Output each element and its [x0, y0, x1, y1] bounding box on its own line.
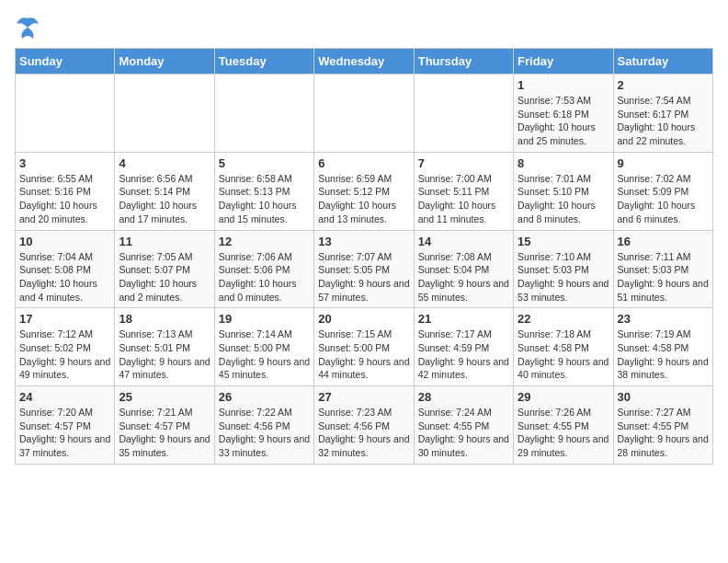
calendar-cell: 5Sunrise: 6:58 AM Sunset: 5:13 PM Daylig… [214, 152, 313, 230]
day-number: 26 [219, 390, 310, 404]
day-number: 11 [119, 235, 210, 248]
day-info: Sunrise: 7:12 AM Sunset: 5:02 PM Dayligh… [19, 327, 110, 382]
day-number: 23 [618, 312, 709, 326]
calendar-cell: 27Sunrise: 7:23 AM Sunset: 4:56 PM Dayli… [314, 386, 414, 465]
calendar-cell: 30Sunrise: 7:27 AM Sunset: 4:55 PM Dayli… [613, 386, 712, 465]
calendar-cell: 20Sunrise: 7:15 AM Sunset: 5:00 PM Dayli… [314, 308, 414, 386]
day-number: 6 [318, 156, 409, 170]
day-info: Sunrise: 7:14 AM Sunset: 5:00 PM Dayligh… [219, 327, 310, 382]
day-number: 29 [518, 390, 609, 404]
calendar-cell: 14Sunrise: 7:08 AM Sunset: 5:04 PM Dayli… [414, 230, 513, 308]
day-info: Sunrise: 7:22 AM Sunset: 4:56 PM Dayligh… [219, 406, 310, 460]
calendar-cell [214, 75, 313, 153]
calendar-cell: 18Sunrise: 7:13 AM Sunset: 5:01 PM Dayli… [115, 308, 214, 386]
day-number: 4 [119, 156, 210, 170]
day-info: Sunrise: 7:17 AM Sunset: 4:59 PM Dayligh… [418, 327, 509, 382]
calendar-cell: 12Sunrise: 7:06 AM Sunset: 5:06 PM Dayli… [214, 230, 313, 308]
day-info: Sunrise: 6:59 AM Sunset: 5:12 PM Dayligh… [318, 172, 409, 226]
calendar-cell: 21Sunrise: 7:17 AM Sunset: 4:59 PM Dayli… [414, 308, 513, 386]
day-info: Sunrise: 7:18 AM Sunset: 4:58 PM Dayligh… [518, 327, 609, 382]
day-info: Sunrise: 7:24 AM Sunset: 4:55 PM Dayligh… [418, 406, 509, 460]
day-number: 18 [119, 312, 210, 326]
calendar-cell: 29Sunrise: 7:26 AM Sunset: 4:55 PM Dayli… [514, 386, 613, 465]
weekday-header-saturday: Saturday [613, 49, 712, 75]
day-info: Sunrise: 7:02 AM Sunset: 5:09 PM Dayligh… [618, 172, 709, 226]
day-number: 16 [618, 235, 709, 248]
calendar-cell: 3Sunrise: 6:55 AM Sunset: 5:16 PM Daylig… [16, 152, 115, 230]
day-number: 3 [19, 156, 110, 170]
day-info: Sunrise: 7:05 AM Sunset: 5:07 PM Dayligh… [119, 250, 210, 304]
day-info: Sunrise: 7:27 AM Sunset: 4:55 PM Dayligh… [618, 406, 709, 460]
calendar-cell: 2Sunrise: 7:54 AM Sunset: 6:17 PM Daylig… [613, 75, 712, 153]
calendar-cell: 10Sunrise: 7:04 AM Sunset: 5:08 PM Dayli… [16, 230, 115, 308]
day-number: 8 [518, 156, 609, 170]
day-number: 5 [219, 156, 310, 170]
page-header [15, 15, 713, 40]
weekday-header-friday: Friday [514, 49, 613, 75]
day-info: Sunrise: 7:10 AM Sunset: 5:03 PM Dayligh… [518, 250, 609, 304]
logo-icon [15, 15, 40, 40]
calendar-cell: 4Sunrise: 6:56 AM Sunset: 5:14 PM Daylig… [115, 152, 214, 230]
calendar-cell: 28Sunrise: 7:24 AM Sunset: 4:55 PM Dayli… [414, 386, 513, 465]
day-number: 24 [19, 390, 110, 404]
day-number: 12 [219, 235, 310, 248]
day-info: Sunrise: 7:13 AM Sunset: 5:01 PM Dayligh… [119, 327, 210, 382]
calendar-cell [314, 75, 414, 153]
day-info: Sunrise: 7:06 AM Sunset: 5:06 PM Dayligh… [219, 250, 310, 304]
day-number: 25 [119, 390, 210, 404]
weekday-header-monday: Monday [115, 49, 214, 75]
day-info: Sunrise: 6:55 AM Sunset: 5:16 PM Dayligh… [19, 172, 110, 226]
day-number: 20 [318, 312, 409, 326]
day-info: Sunrise: 7:54 AM Sunset: 6:17 PM Dayligh… [618, 94, 709, 148]
calendar-cell: 15Sunrise: 7:10 AM Sunset: 5:03 PM Dayli… [514, 230, 613, 308]
day-number: 21 [418, 312, 509, 326]
calendar-cell: 6Sunrise: 6:59 AM Sunset: 5:12 PM Daylig… [314, 152, 414, 230]
day-info: Sunrise: 7:11 AM Sunset: 5:03 PM Dayligh… [618, 250, 709, 304]
day-info: Sunrise: 7:07 AM Sunset: 5:05 PM Dayligh… [318, 250, 409, 304]
day-info: Sunrise: 7:21 AM Sunset: 4:57 PM Dayligh… [119, 406, 210, 460]
day-number: 10 [19, 235, 110, 248]
day-number: 14 [418, 235, 509, 248]
calendar-table: SundayMondayTuesdayWednesdayThursdayFrid… [15, 48, 713, 465]
calendar-cell: 8Sunrise: 7:01 AM Sunset: 5:10 PM Daylig… [514, 152, 613, 230]
calendar-cell: 25Sunrise: 7:21 AM Sunset: 4:57 PM Dayli… [115, 386, 214, 465]
calendar-week-5: 24Sunrise: 7:20 AM Sunset: 4:57 PM Dayli… [16, 386, 713, 465]
calendar-cell [16, 75, 115, 153]
calendar-cell: 26Sunrise: 7:22 AM Sunset: 4:56 PM Dayli… [214, 386, 313, 465]
weekday-header-tuesday: Tuesday [214, 49, 313, 75]
day-info: Sunrise: 7:08 AM Sunset: 5:04 PM Dayligh… [418, 250, 509, 304]
day-number: 2 [618, 78, 709, 92]
day-number: 22 [518, 312, 609, 326]
calendar-week-1: 1Sunrise: 7:53 AM Sunset: 6:18 PM Daylig… [16, 75, 713, 153]
calendar-cell: 16Sunrise: 7:11 AM Sunset: 5:03 PM Dayli… [613, 230, 712, 308]
calendar-week-2: 3Sunrise: 6:55 AM Sunset: 5:16 PM Daylig… [16, 152, 713, 230]
day-info: Sunrise: 7:23 AM Sunset: 4:56 PM Dayligh… [318, 406, 409, 460]
day-info: Sunrise: 7:53 AM Sunset: 6:18 PM Dayligh… [518, 94, 609, 148]
weekday-header-row: SundayMondayTuesdayWednesdayThursdayFrid… [16, 49, 713, 75]
calendar-cell: 24Sunrise: 7:20 AM Sunset: 4:57 PM Dayli… [16, 386, 115, 465]
day-number: 7 [418, 156, 509, 170]
weekday-header-thursday: Thursday [414, 49, 513, 75]
calendar-cell [115, 75, 214, 153]
day-number: 27 [318, 390, 409, 404]
calendar-week-3: 10Sunrise: 7:04 AM Sunset: 5:08 PM Dayli… [16, 230, 713, 308]
calendar-cell: 7Sunrise: 7:00 AM Sunset: 5:11 PM Daylig… [414, 152, 513, 230]
calendar-cell: 17Sunrise: 7:12 AM Sunset: 5:02 PM Dayli… [16, 308, 115, 386]
calendar-cell: 1Sunrise: 7:53 AM Sunset: 6:18 PM Daylig… [514, 75, 613, 153]
logo [15, 15, 44, 40]
day-info: Sunrise: 7:01 AM Sunset: 5:10 PM Dayligh… [518, 172, 609, 226]
day-number: 1 [518, 78, 609, 92]
calendar-cell [414, 75, 513, 153]
day-info: Sunrise: 7:19 AM Sunset: 4:58 PM Dayligh… [618, 327, 709, 382]
day-number: 19 [219, 312, 310, 326]
day-number: 28 [418, 390, 509, 404]
day-info: Sunrise: 7:15 AM Sunset: 5:00 PM Dayligh… [318, 327, 409, 382]
calendar-week-4: 17Sunrise: 7:12 AM Sunset: 5:02 PM Dayli… [16, 308, 713, 386]
day-number: 30 [618, 390, 709, 404]
day-number: 13 [318, 235, 409, 248]
day-number: 9 [618, 156, 709, 170]
calendar-cell: 13Sunrise: 7:07 AM Sunset: 5:05 PM Dayli… [314, 230, 414, 308]
weekday-header-wednesday: Wednesday [314, 49, 414, 75]
weekday-header-sunday: Sunday [16, 49, 115, 75]
day-info: Sunrise: 6:56 AM Sunset: 5:14 PM Dayligh… [119, 172, 210, 226]
